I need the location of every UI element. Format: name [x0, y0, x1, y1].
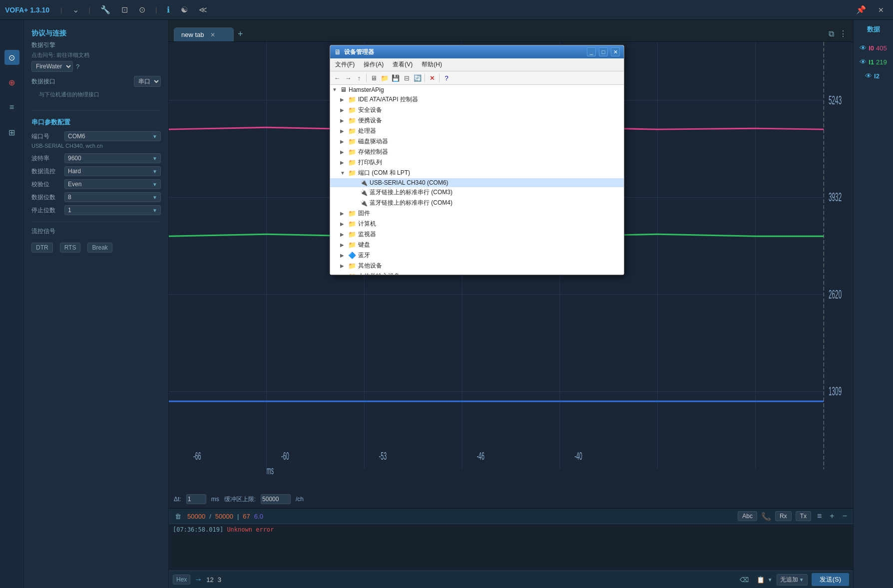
dm-close-button[interactable]: ✕	[611, 47, 620, 56]
double-arrow-icon[interactable]: ≪	[196, 4, 210, 15]
eye-icon-i0[interactable]: 👁	[860, 44, 867, 52]
nav-connection-icon[interactable]: ⊙	[4, 50, 19, 65]
minus-button[interactable]: −	[841, 511, 849, 522]
tree-expand-monitor[interactable]: ▶	[340, 232, 348, 237]
close-button[interactable]: ✕	[874, 5, 888, 15]
tree-item-disk[interactable]: ▶ 📁 磁盘驱动器	[330, 136, 624, 147]
tree-item-portable[interactable]: ▶ 📁 便携设备	[330, 115, 624, 126]
wrench-icon[interactable]: 🔧	[97, 4, 113, 15]
dm-save-btn[interactable]: 💾	[391, 73, 401, 83]
tab-close-button[interactable]: ✕	[210, 31, 215, 38]
abc-button[interactable]: Abc	[738, 511, 757, 521]
plus-button[interactable]: +	[828, 511, 836, 522]
nav-record-icon[interactable]: ⊕	[4, 75, 19, 90]
stopbits-select[interactable]: 1 ▼	[64, 205, 161, 215]
tx-button[interactable]: Tx	[796, 511, 811, 521]
tree-expand-storage[interactable]: ▶	[340, 149, 348, 155]
tree-item-ide[interactable]: ▶ 📁 IDE ATA/ATAPI 控制器	[330, 94, 624, 105]
tree-item-storage[interactable]: ▶ 📁 存储控制器	[330, 147, 624, 157]
tree-expand-keyboard[interactable]: ▶	[340, 242, 348, 248]
tree-item-print[interactable]: ▶ 📁 打印队列	[330, 157, 624, 168]
add-tab-button[interactable]: +	[235, 29, 246, 39]
dm-up-btn[interactable]: ↑	[354, 73, 364, 83]
tree-expand-disk[interactable]: ▶	[340, 139, 348, 144]
tree-expand-bluetooth[interactable]: ▶	[340, 253, 348, 258]
tree-expand-root[interactable]: ▼	[332, 87, 340, 92]
tree-expand-hid[interactable]: ▶	[340, 274, 348, 275]
dm-computer-btn[interactable]: 🖥	[369, 73, 379, 83]
tree-item-root[interactable]: ▼ 🖥 HamsterAPig	[330, 85, 624, 94]
dm-help-btn[interactable]: ?	[442, 73, 451, 83]
tree-item-ports[interactable]: ▼ 📁 端口 (COM 和 LPT)	[330, 168, 624, 178]
tree-expand-security[interactable]: ▶	[340, 107, 348, 113]
dm-maximize-button[interactable]: □	[599, 47, 608, 56]
more-options-icon[interactable]: ⋮	[838, 28, 848, 39]
pin-icon[interactable]: 📌	[853, 4, 869, 15]
dm-forward-btn[interactable]: →	[343, 73, 353, 83]
fingerprint-icon[interactable]: ☯	[178, 4, 191, 15]
dm-menu-action[interactable]: 操作(A)	[362, 59, 386, 70]
delete-button[interactable]: 🗑	[173, 512, 183, 521]
chevron-icon[interactable]: ⌄	[69, 4, 82, 15]
no-append-arrow[interactable]: ▼	[799, 577, 804, 583]
capture-icon[interactable]: ⊙	[136, 4, 148, 15]
rx-button[interactable]: Rx	[775, 511, 792, 521]
nav-log-icon[interactable]: ≡	[4, 100, 19, 115]
tree-item-security[interactable]: ▶ 📁 安全设备	[330, 105, 624, 115]
tree-expand-other[interactable]: ▶	[340, 263, 348, 269]
help-button[interactable]: ?	[76, 63, 79, 70]
tree-item-hid[interactable]: ▶ 📁 人体学输入设备	[330, 271, 624, 275]
info-icon[interactable]: ℹ	[164, 4, 173, 15]
rts-button[interactable]: RTS	[60, 243, 81, 253]
copy-icon[interactable]: ⧉	[828, 28, 835, 39]
dm-folder-btn[interactable]: 📁	[380, 73, 390, 83]
dm-back-btn[interactable]: ←	[332, 73, 342, 83]
delta-t-input[interactable]	[186, 494, 206, 504]
tree-item-firmware[interactable]: ▶ 📁 固件	[330, 208, 624, 219]
dm-menu-help[interactable]: 帮助(H)	[420, 59, 444, 70]
tree-item-other[interactable]: ▶ 📁 其他设备	[330, 261, 624, 271]
tree-item-com4[interactable]: 🔌 蓝牙链接上的标准串行 (COM4)	[330, 198, 624, 208]
tree-expand-firmware[interactable]: ▶	[340, 211, 348, 216]
send-button[interactable]: 发送(S)	[812, 573, 849, 586]
dm-delete-btn[interactable]: ✕	[427, 73, 437, 83]
dropdown-arrow[interactable]: ▼	[768, 577, 773, 583]
flow-select[interactable]: Hard ▼	[64, 166, 161, 176]
port-select[interactable]: COM6 ▼	[64, 131, 161, 141]
dm-menu-view[interactable]: 查看(V)	[391, 59, 415, 70]
parity-select[interactable]: Even ▼	[64, 179, 161, 189]
clear-icon[interactable]: ⌫	[738, 575, 751, 585]
tree-item-com3[interactable]: 🔌 蓝牙链接上的标准串行 (COM3)	[330, 187, 624, 198]
nav-panel-icon[interactable]: ⊞	[4, 125, 19, 140]
dtr-button[interactable]: DTR	[31, 243, 53, 253]
dm-menu-file[interactable]: 文件(F)	[333, 59, 357, 70]
tree-expand-ide[interactable]: ▶	[340, 97, 348, 102]
tree-item-keyboard[interactable]: ▶ 📁 键盘	[330, 240, 624, 250]
databits-select[interactable]: 8 ▼	[64, 192, 161, 202]
hex-label[interactable]: Hex	[173, 575, 190, 585]
dm-update-btn[interactable]: 🔄	[413, 73, 423, 83]
tree-item-com6[interactable]: 🔌 USB-SERIAL CH340 (COM6)	[330, 178, 624, 187]
tab-new-tab[interactable]: new tab ✕	[174, 27, 234, 41]
tree-expand-computer[interactable]: ▶	[340, 221, 348, 227]
send-arrow-icon[interactable]: →	[194, 575, 202, 584]
dm-minimize-button[interactable]: _	[587, 47, 596, 56]
tree-expand-portable[interactable]: ▶	[340, 118, 348, 123]
tree-expand-print[interactable]: ▶	[340, 160, 348, 165]
baud-select[interactable]: 9600 ▼	[64, 153, 161, 163]
dm-properties-btn[interactable]: ⊟	[402, 73, 412, 83]
buffer-input[interactable]	[261, 494, 291, 504]
engine-select[interactable]: FireWater	[31, 61, 73, 72]
layout-icon[interactable]: ⊡	[118, 4, 131, 15]
tree-expand-cpu[interactable]: ▶	[340, 128, 348, 134]
tree-item-cpu[interactable]: ▶ 📁 处理器	[330, 126, 624, 136]
break-button[interactable]: Break	[87, 243, 112, 253]
tree-item-computer[interactable]: ▶ 📁 计算机	[330, 219, 624, 229]
interface-select[interactable]: 串口	[134, 76, 161, 87]
eye-icon-i1[interactable]: 👁	[860, 58, 867, 66]
tree-expand-ports[interactable]: ▼	[340, 170, 348, 176]
eye-icon-i2[interactable]: 👁	[865, 72, 872, 80]
clipboard-icon[interactable]: 📋	[755, 575, 767, 585]
tree-item-bluetooth[interactable]: ▶ 🔷 蓝牙	[330, 250, 624, 261]
tree-item-monitor[interactable]: ▶ 📁 监视器	[330, 229, 624, 240]
